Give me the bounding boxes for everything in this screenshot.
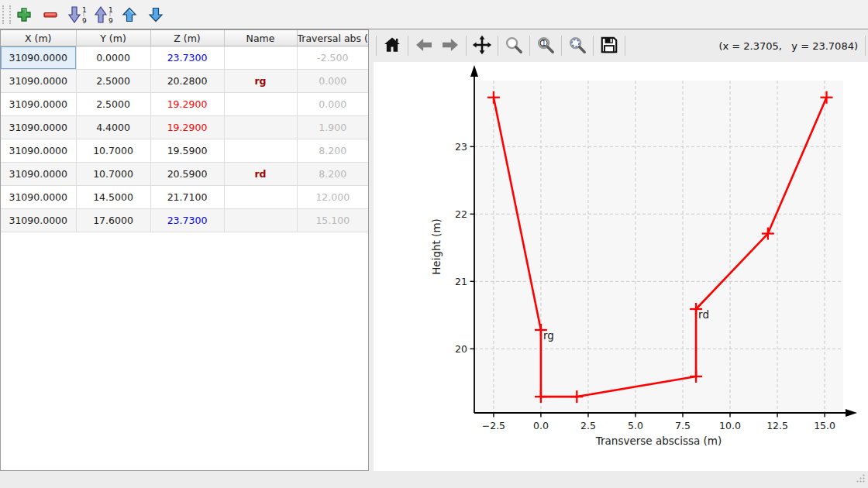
cell-name[interactable] (224, 46, 297, 70)
toolbar-drag-handle[interactable] (2, 5, 11, 24)
toolbar-separator (466, 36, 467, 56)
sort-descending-button[interactable]: 1 9 (90, 3, 116, 26)
move-row-down-button[interactable] (143, 3, 169, 26)
cell-trav[interactable]: 0.000 (297, 70, 368, 93)
cell-trav[interactable]: 8.200 (297, 139, 368, 163)
forward-button[interactable] (437, 33, 463, 59)
move-down-icon (147, 6, 164, 23)
pan-icon (472, 35, 492, 57)
cursor-coordinates-readout: (x = 2.3705, y = 23.7084) (718, 40, 858, 52)
magnifier-one-icon: 1 (536, 35, 556, 57)
table-toolbar: 1 9 1 9 (0, 0, 868, 29)
annotation-label: rd (698, 308, 709, 321)
toolbar-separator (498, 36, 498, 56)
cell-trav[interactable]: -2.500 (297, 46, 368, 70)
cell-x[interactable]: 31090.0000 (1, 163, 76, 186)
cell-name[interactable] (224, 93, 297, 116)
column-header-y[interactable]: Y (m) (76, 30, 150, 46)
svg-text:9: 9 (82, 17, 87, 24)
cell-y[interactable]: 10.7000 (76, 139, 150, 163)
sort-ascending-button[interactable]: 1 9 (64, 3, 90, 26)
table-row: 31090.00004.400019.29001.900 (1, 116, 368, 139)
cell-name[interactable]: rd (224, 163, 297, 186)
cell-z[interactable]: 20.2800 (150, 70, 224, 93)
cross-section-editor-window: 1 9 1 9 (0, 0, 868, 488)
cell-z[interactable]: 21.7100 (150, 186, 224, 209)
cell-name[interactable] (224, 186, 297, 209)
window-resize-grip[interactable] (855, 472, 866, 486)
cell-x[interactable]: 31090.0000 (1, 186, 76, 209)
cell-name[interactable] (224, 116, 297, 139)
table-row: 31090.00000.000023.7300-2.500 (1, 46, 368, 70)
cell-trav[interactable]: 12.000 (297, 186, 368, 209)
cell-z[interactable]: 19.2900 (150, 116, 224, 139)
home-view-button[interactable] (379, 33, 405, 59)
plot-background[interactable] (474, 81, 843, 413)
cell-y[interactable]: 14.5000 (76, 186, 150, 209)
svg-text:1: 1 (542, 38, 546, 46)
add-row-button[interactable] (11, 3, 37, 26)
pan-button[interactable] (469, 33, 495, 59)
y-tick-label: 21 (455, 276, 467, 287)
cell-z[interactable]: 20.5900 (150, 163, 224, 186)
column-header-x[interactable]: X (m) (1, 30, 76, 46)
cell-x[interactable]: 31090.0000 (1, 116, 76, 139)
cell-y[interactable]: 4.4000 (76, 116, 150, 139)
column-header-name[interactable]: Name (224, 30, 297, 46)
cell-y[interactable]: 0.0000 (76, 46, 150, 70)
cell-x[interactable]: 31090.0000 (1, 70, 76, 93)
x-tick-label: −2.5 (482, 420, 505, 431)
cell-x[interactable]: 31090.0000 (1, 209, 76, 232)
cell-x[interactable]: 31090.0000 (1, 93, 76, 116)
x-tick-label: 0.0 (533, 420, 549, 431)
toolbar-separator (561, 36, 562, 56)
cell-name[interactable] (224, 139, 297, 163)
sort-ascending-icon: 1 9 (67, 5, 88, 24)
magnifier-fit-icon (567, 35, 587, 57)
cell-trav[interactable]: 0.000 (297, 93, 368, 116)
table-body: 31090.00000.000023.7300-2.50031090.00002… (1, 46, 368, 232)
y-tick-label: 20 (455, 343, 467, 355)
cell-y[interactable]: 10.7000 (76, 163, 150, 186)
x-axis-arrowhead (846, 409, 857, 417)
add-icon (16, 6, 33, 23)
cell-name[interactable] (224, 209, 297, 232)
back-button[interactable] (411, 33, 437, 59)
remove-row-button[interactable] (37, 3, 64, 26)
cell-z[interactable]: 23.7300 (150, 46, 224, 70)
x-tick-label: 7.5 (675, 420, 691, 431)
cell-name[interactable]: rg (224, 70, 297, 93)
cell-z[interactable]: 19.5900 (150, 139, 224, 163)
table-row: 31090.000010.700019.59008.200 (1, 139, 368, 163)
zoom-one-to-one-button[interactable]: 1 (532, 33, 559, 59)
cell-trav[interactable]: 1.900 (297, 116, 368, 139)
cell-x[interactable]: 31090.0000 (1, 46, 76, 70)
column-header-z[interactable]: Z (m) (150, 30, 224, 46)
toolbar-separator (593, 36, 594, 56)
chart-svg: rgrd−2.50.02.55.07.510.012.515.020212223… (374, 62, 868, 471)
cell-x[interactable]: 31090.0000 (1, 139, 76, 163)
back-arrow-icon (414, 35, 434, 57)
y-tick-label: 23 (455, 141, 467, 153)
cell-y[interactable]: 17.6000 (76, 209, 150, 232)
sort-descending-icon: 1 9 (93, 5, 114, 24)
cell-y[interactable]: 2.5000 (76, 93, 150, 116)
table-row: 31090.00002.500019.29000.000 (1, 93, 368, 116)
move-up-icon (121, 6, 138, 23)
cell-z[interactable]: 23.7300 (150, 209, 224, 232)
cross-section-chart-canvas[interactable]: rgrd−2.50.02.55.07.510.012.515.020212223… (374, 62, 868, 471)
cell-trav[interactable]: 15.100 (297, 209, 368, 232)
x-tick-label: 15.0 (814, 420, 835, 431)
save-figure-button[interactable] (596, 33, 622, 59)
cell-y[interactable]: 2.5000 (76, 70, 150, 93)
points-table-panel: X (m) Y (m) Z (m) Name Traversal abs (m)… (0, 29, 369, 471)
zoom-button[interactable] (501, 33, 527, 59)
move-row-up-button[interactable] (116, 3, 143, 26)
cell-trav[interactable]: 8.200 (297, 163, 368, 186)
toolbar-separator (376, 36, 377, 56)
zoom-to-fit-button[interactable] (564, 33, 591, 59)
cell-z[interactable]: 19.2900 (150, 93, 224, 116)
column-header-traversal-abs[interactable]: Traversal abs (m) (297, 30, 368, 46)
table-row: 31090.000014.500021.710012.000 (1, 186, 368, 209)
y-axis-label: Height (m) (430, 218, 443, 275)
